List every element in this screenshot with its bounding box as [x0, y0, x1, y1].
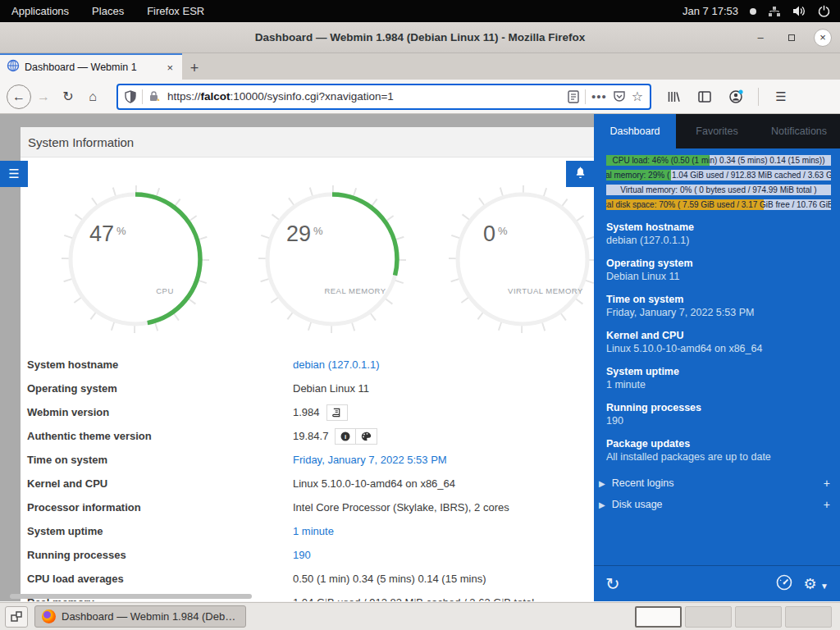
system-info-table: System hostnamedebian (127.0.1.1) Operat…	[21, 353, 594, 601]
tab-favorites[interactable]: Favorites	[676, 114, 758, 148]
virtual-memory-gauge: 0 % VIRTUAL MEMORY	[449, 185, 596, 333]
page-actions-icon[interactable]: •••	[591, 89, 607, 103]
virtual-memory-bar: Virtual memory: 0% ( 0 bytes used / 974.…	[606, 185, 831, 195]
url-text[interactable]: https://falcot:10000/sysinfo.cgi?xnaviga…	[167, 90, 562, 103]
gauge-label: VIRTUAL MEMORY	[508, 286, 583, 295]
account-icon[interactable]	[724, 84, 748, 109]
uptime-link[interactable]: 1 minute	[293, 525, 334, 537]
bookmark-star-icon[interactable]: ☆	[632, 89, 643, 104]
real-memory-bar: Real memory: 29% ( 1.04 GiB used / 912.8…	[606, 170, 831, 180]
desktop: Applications Places Firefox ESR Jan 7 17…	[0, 0, 840, 630]
taskbar-window-label: Dashboard — Webmin 1.984 (Deb…	[62, 610, 235, 623]
forward-button[interactable]: →	[31, 84, 56, 109]
time-link[interactable]: Friday, January 7, 2022 5:53 PM	[293, 454, 447, 466]
browser-viewport: System Information ☰ 47 % CPU	[0, 114, 840, 601]
reload-button[interactable]: ↻	[56, 84, 80, 109]
workspace-3[interactable]	[735, 606, 782, 628]
real-memory-gauge: 29 % REAL MEMORY	[258, 185, 406, 333]
speedometer-icon[interactable]	[776, 574, 792, 594]
power-icon[interactable]	[818, 5, 830, 17]
workspace-switcher	[635, 606, 835, 628]
taskbar-window-button[interactable]: Dashboard — Webmin 1.984 (Deb…	[34, 605, 246, 628]
cpu-gauge: 47 % CPU	[62, 185, 209, 333]
expand-plus-icon[interactable]: +	[824, 498, 835, 511]
svg-text:%: %	[116, 225, 126, 237]
svg-text:%: %	[498, 225, 508, 237]
clock[interactable]: Jan 7 17:53	[682, 5, 738, 17]
table-row: Operating systemDebian Linux 11	[21, 377, 594, 400]
chevron-right-icon: ▶	[599, 500, 605, 509]
recent-logins-toggle[interactable]: ▶ Recent logins +	[599, 472, 835, 494]
tab-close-icon[interactable]: ×	[164, 62, 176, 74]
disk-usage-toggle[interactable]: ▶ Disk usage +	[599, 494, 835, 515]
resource-bars: CPU load: 46% (0.50 (1 min) 0.34 (5 mins…	[606, 155, 831, 214]
notifications-bell-button[interactable]	[566, 161, 594, 187]
tab-notifications[interactable]: Notifications	[758, 114, 840, 148]
theme-palette-button[interactable]	[356, 428, 377, 445]
back-button[interactable]: ←	[7, 84, 31, 109]
network-icon[interactable]: ?	[768, 6, 781, 17]
minimize-button[interactable]: –	[751, 29, 769, 47]
firefox-window: Dashboard — Webmin 1.984 (Debian Linux 1…	[0, 22, 840, 602]
sidebar-footer: ↻ ⚙ ▼	[594, 565, 840, 601]
table-row: Running processes190	[21, 543, 594, 567]
horizontal-scrollbar[interactable]	[10, 594, 252, 599]
new-tab-button[interactable]: +	[182, 57, 207, 80]
refresh-icon[interactable]: ↻	[605, 574, 620, 594]
svg-text:%: %	[313, 225, 323, 237]
applications-menu[interactable]: Applications	[0, 0, 80, 22]
gauge-value: 29	[286, 221, 311, 246]
changelog-button[interactable]	[326, 404, 348, 421]
maximize-button[interactable]	[783, 29, 801, 47]
workspace-4[interactable]	[785, 606, 832, 628]
bell-icon	[574, 167, 587, 182]
table-row: Processor informationIntel Core Processo…	[21, 495, 594, 519]
sidebar-toggle-icon[interactable]	[692, 84, 717, 109]
processes-link[interactable]: 190	[293, 549, 311, 561]
expand-plus-icon[interactable]: +	[824, 477, 835, 490]
sidebar-tabs: Dashboard Favorites Notifications	[594, 114, 840, 148]
gauge-value: 0	[483, 221, 495, 246]
tab-title: Dashboard — Webmin 1	[25, 62, 159, 73]
tab-dashboard-side[interactable]: Dashboard	[594, 114, 676, 148]
table-row: System uptime1 minute	[21, 519, 594, 543]
show-desktop-button[interactable]	[5, 606, 28, 628]
url-bar[interactable]: https://falcot:10000/sysinfo.cgi?xnaviga…	[116, 84, 651, 110]
workspace-2[interactable]	[685, 606, 732, 628]
pocket-icon[interactable]	[613, 90, 626, 103]
svg-text:i: i	[345, 433, 346, 441]
hostname-link[interactable]: debian (127.0.1.1)	[293, 358, 380, 371]
page-background	[0, 114, 594, 127]
webmin-sidebar: Dashboard Favorites Notifications CPU lo…	[594, 114, 840, 601]
gnome-top-bar: Applications Places Firefox ESR Jan 7 17…	[0, 0, 840, 22]
insecure-lock-icon[interactable]	[148, 90, 162, 103]
sidebar-info: System hostnamedebian (127.0.1.1) Operat…	[606, 221, 831, 473]
workspace-1[interactable]	[635, 606, 682, 628]
settings-gear-icon[interactable]: ⚙ ▼	[804, 575, 829, 593]
volume-icon[interactable]	[792, 5, 806, 17]
close-button[interactable]: ×	[814, 29, 832, 47]
chevron-right-icon: ▶	[599, 479, 605, 488]
page-header: System Information	[21, 127, 594, 158]
sidebar-toggle-button[interactable]: ☰	[0, 161, 28, 187]
navigation-toolbar: ← → ↻ ⌂ https://falcot:10000/sysinfo.cgi…	[0, 80, 840, 114]
cpu-load-bar: CPU load: 46% (0.50 (1 min) 0.34 (5 mins…	[606, 155, 831, 166]
window-title: Dashboard — Webmin 1.984 (Debian Linux 1…	[255, 31, 586, 43]
tab-bar: Dashboard — Webmin 1 × +	[0, 53, 840, 80]
svg-text:?: ?	[773, 8, 776, 14]
firefox-icon	[42, 609, 56, 623]
reader-view-icon[interactable]	[568, 90, 579, 103]
app-menu-icon[interactable]: ☰	[769, 84, 793, 109]
tab-dashboard[interactable]: Dashboard — Webmin 1 ×	[0, 53, 182, 80]
webmin-favicon-icon	[7, 59, 20, 75]
theme-info-button[interactable]: i	[335, 428, 356, 445]
shield-icon[interactable]	[125, 90, 136, 103]
home-button[interactable]: ⌂	[80, 84, 105, 109]
places-menu[interactable]: Places	[80, 0, 135, 22]
table-row: Webmin version 1.984	[21, 400, 594, 424]
window-titlebar[interactable]: Dashboard — Webmin 1.984 (Debian Linux 1…	[0, 22, 840, 53]
page-title: System Information	[21, 135, 134, 149]
status-dot-icon	[750, 8, 756, 15]
library-icon[interactable]	[661, 84, 686, 109]
firefox-esr-menu[interactable]: Firefox ESR	[135, 0, 216, 22]
